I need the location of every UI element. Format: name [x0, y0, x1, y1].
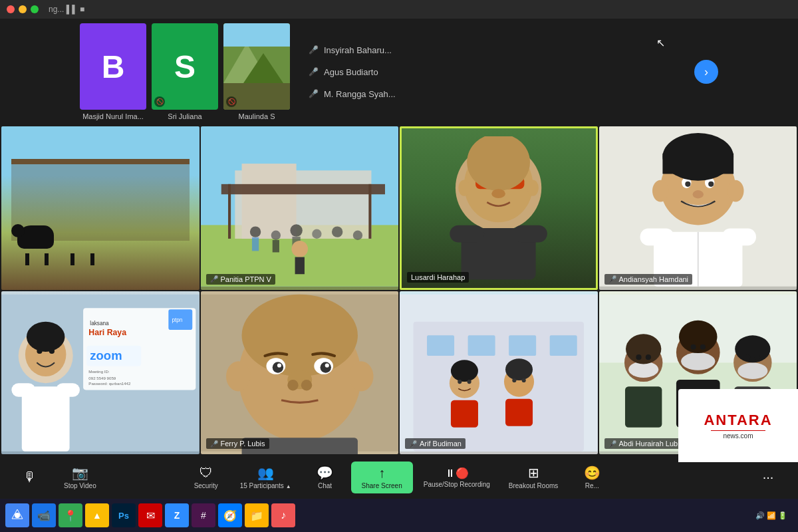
share-screen-label: Share Screen: [362, 482, 402, 489]
lusardi-scene: [402, 128, 596, 288]
mic-muted-icon: 🚫: [154, 96, 165, 107]
svg-point-40: [708, 182, 714, 187]
participant-name-maulinda: Maulinda S: [238, 112, 275, 120]
chat-button[interactable]: 💬 Chat: [302, 461, 348, 493]
music-icon: ♪: [281, 509, 286, 521]
antara-text: ANTARA: [704, 412, 772, 429]
arif-scene: [400, 291, 598, 455]
svg-rect-4: [223, 23, 290, 47]
svg-point-77: [325, 363, 329, 367]
arif-svg: [400, 291, 598, 455]
participant-maulinda[interactable]: 🚫 Maulinda S: [223, 23, 290, 120]
svg-point-82: [348, 361, 373, 391]
audio-name-insyirah: Insyirah Baharu...: [324, 45, 392, 55]
svg-rect-22: [295, 257, 304, 275]
taskbar-ps[interactable]: Ps: [112, 503, 136, 527]
pause-recording-label: Pause/Stop Recording: [424, 481, 490, 488]
antara-watermark: ANTARA news.com: [678, 389, 798, 462]
video-cell-ferry[interactable]: 🎤 Ferry P. Lubis: [201, 291, 399, 455]
maximize-button[interactable]: [31, 5, 39, 13]
svg-rect-67: [11, 383, 35, 397]
participants-button[interactable]: 👥 15 Participants ▲: [232, 461, 299, 493]
video-cell-arif[interactable]: 🎤 Arif Budiman: [400, 291, 598, 455]
next-page-button[interactable]: ›: [694, 60, 718, 84]
andiansyah-scene: [599, 126, 797, 290]
participant-name-masjid: Masjid Nurul Ima...: [82, 112, 144, 120]
svg-rect-13: [251, 237, 258, 251]
svg-rect-89: [509, 335, 536, 356]
share-screen-button[interactable]: ↑ Share Screen: [351, 462, 413, 493]
svg-rect-8: [241, 164, 296, 239]
video-icon: 📷: [72, 465, 88, 481]
taskbar-zoom[interactable]: Z: [165, 503, 189, 527]
name-overlay-andiansyah: 🎤 Andiansyah Hamdani: [604, 274, 693, 285]
stop-video-button[interactable]: 📷 Stop Video: [56, 461, 104, 493]
mic-muted-icon: 🎤: [608, 440, 616, 448]
taskbar-slack[interactable]: #: [192, 503, 215, 527]
video-cell-panitia[interactable]: 🎤 Panitia PTPN V: [201, 126, 399, 290]
participant-sri[interactable]: S 🚫 Sri Juliana: [152, 23, 218, 120]
meet-icon: 📹: [37, 509, 51, 522]
av-controls-left: 🎙 📷 Stop Video: [7, 461, 104, 493]
participant-name: Andiansyah Hamdani: [619, 275, 689, 283]
video-cell-zoom-slide[interactable]: laksana Hari Raya zoom Meeting ID: 092 5…: [1, 291, 200, 455]
minimize-button[interactable]: [19, 5, 27, 13]
svg-rect-68: [56, 383, 80, 397]
mute-button[interactable]: 🎙: [7, 466, 53, 489]
windows-taskbar: 📹 📍 ▲ Ps ✉ Z # 🧭 📁 ♪ 🔊 📶 🔋: [0, 499, 798, 532]
name-overlay-panitia: 🎤 Panitia PTPN V: [206, 274, 275, 285]
more-button[interactable]: ···: [745, 466, 791, 489]
audio-participant-agus: 🎤 Agus Budiarto: [309, 67, 676, 77]
svg-point-43: [727, 180, 743, 202]
name-overlay-arif: 🎤 Arif Budiman: [405, 438, 466, 449]
security-button[interactable]: 🛡 Security: [183, 462, 229, 493]
more-icon: ···: [763, 469, 774, 485]
breakout-rooms-icon: ⊞: [528, 465, 539, 481]
svg-point-39: [685, 182, 690, 187]
video-cell-andiansyah[interactable]: 🎤 Andiansyah Hamdani: [599, 126, 797, 290]
pause-recording-button[interactable]: ⏸🔴 Pause/Stop Recording: [416, 463, 498, 492]
svg-point-81: [225, 361, 250, 391]
reactions-button[interactable]: 😊 Re...: [569, 461, 615, 493]
taskbar-files[interactable]: 📁: [245, 503, 269, 527]
svg-point-122: [15, 513, 20, 518]
svg-point-114: [735, 335, 770, 362]
svg-rect-48: [640, 229, 674, 246]
participant-name: Arif Budiman: [420, 440, 462, 448]
name-overlay-abdi: 🎤 Abdi Hurairah Lubis: [604, 438, 688, 449]
svg-point-65: [27, 321, 65, 351]
taskbar-music[interactable]: ♪: [271, 503, 295, 527]
svg-point-29: [527, 180, 539, 196]
svg-text:zoom: zoom: [90, 348, 122, 362]
svg-point-97: [458, 380, 462, 384]
video-cell-lusardi[interactable]: Lusardi Harahap: [400, 126, 598, 290]
share-screen-icon: ↑: [378, 466, 385, 481]
svg-rect-87: [427, 335, 454, 356]
taskbar-mail[interactable]: ✉: [138, 503, 162, 527]
participant-masjid[interactable]: B Masjid Nurul Ima...: [80, 23, 146, 120]
window-controls[interactable]: [7, 5, 39, 13]
avatar-letter: B: [102, 49, 125, 85]
avatar-masjid: B: [80, 23, 146, 110]
svg-text:ptpn: ptpn: [172, 317, 182, 323]
stop-video-label: Stop Video: [64, 482, 96, 489]
svg-point-79: [287, 380, 298, 390]
taskbar-maps[interactable]: 📍: [59, 503, 82, 527]
taskbar-drive[interactable]: ▲: [85, 503, 109, 527]
participants-strip: B Masjid Nurul Ima... S 🚫 Sri Juliana: [0, 19, 798, 125]
mic-muted-icon: 🎤: [210, 440, 218, 448]
svg-point-80: [301, 380, 311, 390]
taskbar-safari[interactable]: 🧭: [218, 503, 242, 527]
maps-icon: 📍: [64, 509, 77, 522]
audio-participants-area: 🎤 Insyirah Baharu... 🎤 Agus Budiarto 🎤 M…: [295, 45, 689, 99]
taskbar-chrome[interactable]: [5, 503, 29, 527]
chat-label: Chat: [318, 482, 332, 489]
breakout-rooms-button[interactable]: ⊞ Breakout Rooms: [501, 461, 566, 493]
chat-icon: 💬: [317, 465, 333, 481]
antara-divider: [711, 430, 766, 431]
close-button[interactable]: [7, 5, 15, 13]
taskbar-meet[interactable]: 📹: [32, 503, 56, 527]
audio-participant-rangga: 🎤 M. Rangga Syah...: [309, 89, 676, 99]
video-cell-cow[interactable]: [1, 126, 200, 290]
tray-icons: 🔊 📶 🔋: [755, 511, 787, 519]
